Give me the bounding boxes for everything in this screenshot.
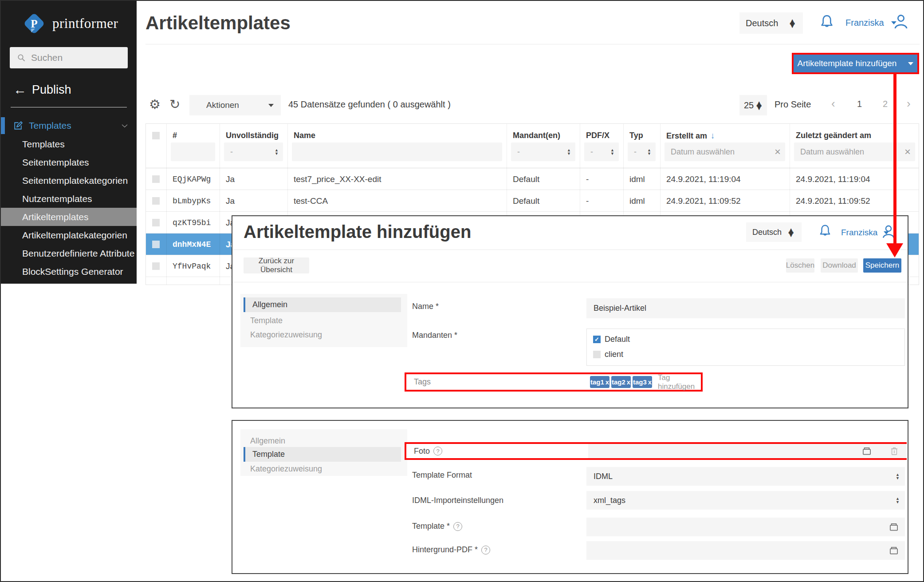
- table-row[interactable]: bLmbypKs Ja test-CCA Default - idml 24.9…: [146, 190, 919, 212]
- question-icon[interactable]: ?: [433, 447, 442, 455]
- sidebar-section-templates[interactable]: Templates: [1, 117, 137, 134]
- format-select[interactable]: IDML ▲▼: [586, 467, 905, 486]
- language-select[interactable]: Deutsch ▲▼: [739, 12, 803, 34]
- tab-allgemein[interactable]: Allgemein: [244, 297, 401, 312]
- client-option-default[interactable]: ✓ Default: [593, 335, 904, 344]
- remove-tag-icon[interactable]: x: [627, 378, 630, 386]
- template-file-field[interactable]: [586, 518, 905, 536]
- user-avatar-icon[interactable]: [892, 12, 910, 31]
- clear-icon[interactable]: ×: [775, 146, 781, 158]
- sidebar-item-seitentemplates[interactable]: Seitentemplates: [1, 153, 137, 171]
- back-to-publish[interactable]: ← Publish: [13, 82, 71, 97]
- delete-button[interactable]: Löschen: [786, 258, 814, 273]
- remove-tag-icon[interactable]: x: [648, 378, 652, 386]
- col-typ[interactable]: Typ: [629, 131, 643, 140]
- user-menu[interactable]: Franziska: [845, 18, 896, 28]
- idml-select[interactable]: xml_tags ▲▼: [586, 491, 905, 510]
- checkbox-checked[interactable]: ✓: [593, 336, 601, 343]
- dialog-divider: [232, 249, 908, 250]
- download-button[interactable]: Download: [821, 258, 858, 273]
- printformer-logo[interactable]: P printformer: [21, 11, 118, 36]
- filter-mandant-select[interactable]: - ▲▼: [511, 143, 575, 161]
- sidebar-item-artikeltemplates[interactable]: Artikeltemplates: [1, 208, 137, 226]
- language-select[interactable]: Deutsch ▲▼: [746, 222, 802, 242]
- tags-field[interactable]: Tags tag1x tag2x tag3x Tag hinzufügen: [406, 374, 701, 390]
- tab-kategoriezuweisung[interactable]: Kategoriezuweisung: [240, 328, 401, 342]
- background-pdf-field[interactable]: [586, 541, 905, 560]
- checkbox-unchecked[interactable]: [593, 351, 601, 358]
- sidebar-item-artikeltemplatekategorien[interactable]: Artikeltemplatekategorien: [1, 226, 137, 244]
- col-id[interactable]: #: [173, 131, 177, 140]
- question-icon[interactable]: ?: [481, 546, 490, 554]
- add-tag-placeholder[interactable]: Tag hinzufügen: [658, 373, 701, 391]
- notifications-bell-icon[interactable]: [817, 223, 833, 239]
- page-number-1[interactable]: 1: [857, 99, 862, 109]
- sidebar-item-templates[interactable]: Templates: [1, 135, 137, 153]
- col-unvollstaendig[interactable]: Unvollständig: [226, 131, 279, 140]
- search-input[interactable]: Suchen: [10, 47, 128, 68]
- caret-down-icon: [908, 62, 913, 65]
- search-placeholder: Suchen: [31, 52, 63, 63]
- col-erstellt[interactable]: Erstellt am↓: [666, 131, 715, 141]
- sidebar-item-benutzerdefinierte-attribute[interactable]: Benutzerdefinierte Attribute: [1, 244, 137, 262]
- filter-modified-date[interactable]: Datum auswählen ×: [794, 143, 915, 161]
- sort-desc-icon[interactable]: ↓: [711, 131, 715, 140]
- foto-highlight: Foto ?: [405, 442, 907, 460]
- foto-field[interactable]: Foto ?: [406, 444, 905, 458]
- folder-icon[interactable]: [861, 445, 873, 457]
- per-page-select[interactable]: 25 ▲▼: [739, 95, 767, 115]
- settings-gear-icon[interactable]: ⚙: [149, 97, 161, 112]
- tag-chip[interactable]: tag3x: [633, 376, 652, 388]
- table-row[interactable]: EQjKAPWg Ja test7_price_XX-XX-edit Defau…: [146, 168, 919, 190]
- sidebar-item-nutzentemplates[interactable]: Nutzentemplates: [1, 190, 137, 208]
- page-number-2[interactable]: 2: [883, 99, 888, 109]
- save-button[interactable]: Speichern: [863, 258, 901, 273]
- refresh-icon[interactable]: ↻: [169, 97, 180, 112]
- foto-value-area[interactable]: [588, 444, 907, 458]
- page-prev-icon[interactable]: ‹: [831, 97, 835, 111]
- chevron-down-icon: [120, 121, 130, 131]
- folder-icon[interactable]: [888, 545, 900, 556]
- sidebar-item-seitentemplatekategorien[interactable]: Seitentemplatekategorien: [1, 171, 137, 190]
- filter-pdfx-select[interactable]: - ▲▼: [584, 143, 619, 161]
- row-checkbox[interactable]: [152, 219, 160, 226]
- annotation-arrow-head: [886, 243, 903, 257]
- page-next-icon[interactable]: ›: [907, 97, 911, 111]
- filter-unvollstaendig-select[interactable]: - ▲▼: [224, 143, 283, 161]
- templates-icon: [12, 120, 24, 131]
- foto-label: Foto: [414, 447, 430, 456]
- col-mandanten[interactable]: Mandant(en): [513, 131, 560, 140]
- notifications-bell-icon[interactable]: [818, 13, 836, 31]
- name-input[interactable]: Beispiel-Artikel: [586, 298, 905, 318]
- clear-icon[interactable]: ×: [904, 146, 911, 158]
- folder-icon[interactable]: [888, 521, 900, 533]
- select-arrows-icon: ▲▼: [786, 229, 795, 236]
- row-checkbox[interactable]: [152, 175, 160, 183]
- col-name[interactable]: Name: [294, 131, 315, 140]
- tab-kategoriezuweisung[interactable]: Kategoriezuweisung: [240, 462, 401, 476]
- sidebar-item-blocksettings-generator[interactable]: BlockSettings Generator: [1, 262, 137, 281]
- actions-dropdown[interactable]: Aktionen: [189, 95, 281, 115]
- tab-template[interactable]: Template: [240, 313, 401, 328]
- col-pdfx[interactable]: PDF/X: [586, 131, 609, 140]
- select-all-checkbox[interactable]: [152, 132, 160, 139]
- tab-allgemein[interactable]: Allgemein: [240, 434, 401, 448]
- back-to-overview-button[interactable]: Zurück zur Übersicht: [244, 257, 309, 273]
- question-icon[interactable]: ?: [453, 522, 462, 531]
- col-zuletzt[interactable]: Zuletzt geändert am: [796, 131, 871, 140]
- row-checkbox[interactable]: [152, 262, 160, 270]
- trash-icon[interactable]: [889, 445, 900, 457]
- remove-tag-icon[interactable]: x: [606, 378, 609, 386]
- client-option-client[interactable]: client: [593, 350, 904, 359]
- filter-typ-select[interactable]: - ▲▼: [628, 143, 656, 161]
- tag-chip[interactable]: tag2x: [611, 376, 631, 388]
- tab-template[interactable]: Template: [244, 447, 401, 462]
- filter-id-input[interactable]: [171, 143, 215, 161]
- row-checkbox[interactable]: [152, 241, 160, 248]
- filter-created-date[interactable]: Datum auswählen ×: [664, 143, 785, 161]
- filter-name-input[interactable]: [292, 143, 502, 161]
- tag-chip[interactable]: tag1x: [590, 376, 609, 388]
- row-checkbox[interactable]: [152, 197, 160, 205]
- add-artikeltemplate-button[interactable]: Artikeltemplate hinzufügen: [794, 55, 917, 72]
- cell-modified: 24.9.2021, 11:09:52: [796, 190, 870, 212]
